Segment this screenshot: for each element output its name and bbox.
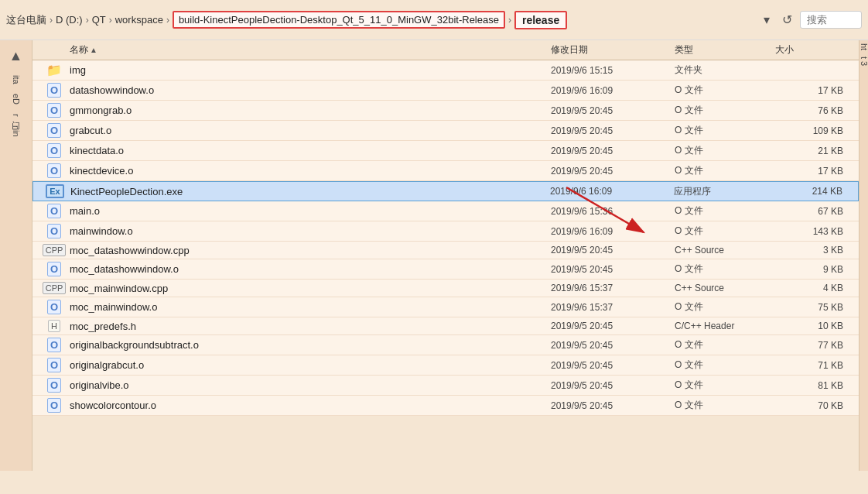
- sidebar-text-ht: ht: [859, 43, 869, 50]
- row-name: kinectdata.o: [70, 145, 551, 156]
- table-row[interactable]: CPP moc_mainwindow.cpp 2019/9/6 15:37 C+…: [32, 280, 859, 297]
- table-row[interactable]: O moc_datashowwindow.o 2019/9/5 20:45 O …: [32, 259, 859, 280]
- row-size: 214 KB: [774, 186, 852, 197]
- table-row[interactable]: O originalvibe.o 2019/9/5 20:45 O 文件 81 …: [32, 376, 859, 396]
- path-highlighted[interactable]: build-KinectPeopleDection-Desktop_Qt_5_1…: [173, 11, 505, 29]
- table-row[interactable]: O grabcut.o 2019/9/5 20:45 O 文件 109 KB: [32, 121, 859, 141]
- row-date: 2019/9/6 16:09: [550, 186, 674, 197]
- row-date: 2019/9/5 20:45: [551, 340, 675, 351]
- row-date: 2019/9/5 20:45: [551, 166, 675, 177]
- row-icon: O: [39, 338, 70, 352]
- row-size: 109 KB: [775, 125, 853, 136]
- row-size: 9 KB: [775, 264, 853, 275]
- row-type: C++ Source: [675, 245, 775, 256]
- obj-icon: O: [47, 300, 61, 314]
- table-row[interactable]: H moc_predefs.h 2019/9/5 20:45 C/C++ Hea…: [32, 317, 859, 335]
- table-row[interactable]: O kinectdata.o 2019/9/5 20:45 O 文件 21 KB: [32, 141, 859, 161]
- row-date: 2019/9/6 16:09: [551, 226, 675, 237]
- row-type: 文件夹: [675, 63, 775, 77]
- breadcrumb-qt[interactable]: QT: [92, 14, 106, 26]
- breadcrumb-this-pc[interactable]: 这台电脑: [6, 13, 46, 27]
- row-type: O 文件: [675, 262, 775, 276]
- obj-icon: O: [47, 83, 61, 98]
- row-icon: O: [39, 262, 70, 276]
- table-row[interactable]: O originalgrabcut.o 2019/9/5 20:45 O 文件 …: [32, 355, 859, 376]
- row-name: KinectPeopleDection.exe: [70, 186, 550, 197]
- row-icon: Ex: [39, 184, 70, 198]
- breadcrumb-workspace[interactable]: workspace: [115, 14, 163, 26]
- row-name: showcolorcontour.o: [70, 400, 551, 411]
- row-date: 2019/9/6 15:37: [551, 302, 675, 313]
- row-icon: CPP: [39, 244, 70, 256]
- obj-icon: O: [47, 378, 61, 393]
- row-icon: 📁: [39, 63, 70, 77]
- row-size: 71 KB: [775, 360, 853, 371]
- row-size: 17 KB: [775, 85, 853, 96]
- row-name: moc_predefs.h: [70, 321, 551, 332]
- row-icon: O: [39, 143, 70, 158]
- sidebar-text-eD: eD: [12, 94, 21, 105]
- row-size: 10 KB: [775, 321, 853, 331]
- table-row[interactable]: O kinectdevice.o 2019/9/5 20:45 O 文件 17 …: [32, 161, 859, 181]
- row-icon: O: [39, 163, 70, 178]
- row-date: 2019/9/5 20:45: [551, 105, 675, 116]
- row-icon: O: [39, 204, 70, 218]
- row-type: O 文件: [675, 225, 775, 238]
- row-date: 2019/9/6 15:15: [551, 65, 675, 76]
- row-size: 21 KB: [775, 146, 853, 156]
- row-icon: O: [39, 358, 70, 372]
- row-name: moc_mainwindow.cpp: [70, 283, 551, 294]
- file-list-container: 名称 ▲ 修改日期 类型 大小 📁 img 2019/9/6 15:15 文件夹…: [32, 40, 859, 416]
- path-release[interactable]: release: [514, 11, 567, 29]
- obj-icon: O: [47, 103, 61, 118]
- obj-icon: O: [47, 338, 61, 352]
- row-icon: O: [39, 398, 70, 413]
- table-row[interactable]: O moc_mainwindow.o 2019/9/6 15:37 O 文件 7…: [32, 297, 859, 317]
- table-row[interactable]: Ex KinectPeopleDection.exe 2019/9/6 16:0…: [32, 181, 859, 201]
- col-date-header[interactable]: 修改日期: [551, 43, 675, 57]
- row-size: 77 KB: [775, 340, 853, 351]
- table-row[interactable]: O mainwindow.o 2019/9/6 16:09 O 文件 143 K…: [32, 221, 859, 242]
- col-size-header[interactable]: 大小: [775, 43, 853, 57]
- obj-icon: O: [47, 123, 61, 138]
- row-date: 2019/9/5 20:45: [551, 380, 675, 391]
- sidebar-text-門r: 门r: [10, 114, 22, 117]
- row-type: O 文件: [675, 358, 775, 372]
- row-size: 3 KB: [775, 245, 853, 256]
- table-row[interactable]: O originalbackgroundsubtract.o 2019/9/5 …: [32, 335, 859, 355]
- breadcrumb-d-drive[interactable]: D (D:): [56, 14, 83, 26]
- obj-icon: O: [47, 143, 61, 158]
- row-icon: H: [39, 320, 70, 332]
- dropdown-button[interactable]: ▾: [759, 11, 774, 29]
- row-type: O 文件: [675, 399, 775, 412]
- row-type: O 文件: [675, 104, 775, 117]
- row-type: O 文件: [675, 379, 775, 392]
- address-bar: 这台电脑 › D (D:) › QT › workspace › build-K…: [0, 0, 868, 40]
- table-row[interactable]: CPP moc_datashowwindow.cpp 2019/9/5 20:4…: [32, 242, 859, 259]
- sort-up-icon[interactable]: ▲: [8, 46, 25, 66]
- row-type: O 文件: [675, 124, 775, 137]
- row-date: 2019/9/6 16:09: [551, 85, 675, 96]
- table-row[interactable]: O main.o 2019/9/6 15:36 O 文件 67 KB: [32, 201, 859, 221]
- cpp-icon: CPP: [43, 244, 67, 256]
- row-type: 应用程序: [674, 185, 774, 198]
- col-icon-header: [39, 43, 70, 57]
- row-name: kinectdevice.o: [70, 165, 551, 177]
- search-input[interactable]: [800, 11, 862, 29]
- row-size: 143 KB: [775, 226, 853, 237]
- table-row[interactable]: 📁 img 2019/9/6 15:15 文件夹: [32, 60, 859, 81]
- row-type: O 文件: [675, 84, 775, 97]
- col-type-header[interactable]: 类型: [675, 43, 775, 57]
- row-type: C++ Source: [675, 283, 775, 293]
- file-list-wrapper: 名称 ▲ 修改日期 类型 大小 📁 img 2019/9/6 15:15 文件夹…: [32, 40, 859, 471]
- table-row[interactable]: O showcolorcontour.o 2019/9/5 20:45 O 文件…: [32, 396, 859, 416]
- table-row[interactable]: O datashowwindow.o 2019/9/6 16:09 O 文件 1…: [32, 81, 859, 101]
- table-row[interactable]: O gmmongrab.o 2019/9/5 20:45 O 文件 76 KB: [32, 101, 859, 121]
- refresh-button[interactable]: ↺: [777, 11, 797, 29]
- breadcrumb-sep-2: ›: [109, 15, 112, 26]
- row-name: originalvibe.o: [70, 379, 551, 391]
- row-date: 2019/9/5 20:45: [551, 125, 675, 136]
- row-date: 2019/9/5 20:45: [551, 146, 675, 156]
- col-name-header[interactable]: 名称 ▲: [70, 43, 551, 57]
- row-date: 2019/9/5 20:45: [551, 360, 675, 371]
